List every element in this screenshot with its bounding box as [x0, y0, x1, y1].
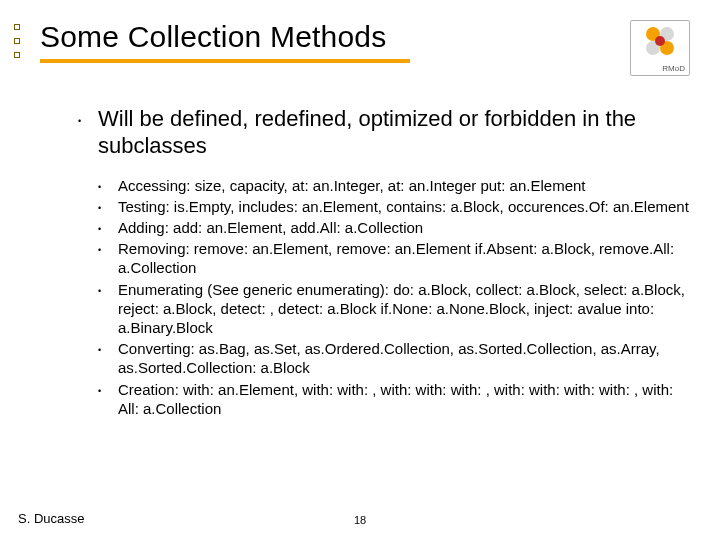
sub-bullet-text: Enumerating (See generic enumerating): d…	[118, 280, 694, 338]
title-block: Some Collection Methods	[40, 20, 694, 64]
sub-bullet-text: Accessing: size, capacity, at: an.Intege…	[118, 176, 586, 195]
list-item: • Removing: remove: an.Element, remove: …	[98, 239, 694, 277]
bullet-icon: •	[98, 380, 118, 418]
title-underline	[40, 58, 410, 64]
list-item: • Creation: with: an.Element, with: with…	[98, 380, 694, 418]
sub-bullet-text: Adding: add: an.Element, add.All: a.Coll…	[118, 218, 423, 237]
main-bullet: • Will be defined, redefined, optimized …	[78, 106, 694, 160]
sub-bullet-text: Converting: as.Bag, as.Set, as.Ordered.C…	[118, 339, 694, 377]
bullet-icon: •	[98, 339, 118, 377]
bullet-icon: •	[98, 239, 118, 277]
list-item: • Converting: as.Bag, as.Set, as.Ordered…	[98, 339, 694, 377]
bullet-icon: •	[98, 176, 118, 195]
list-item: • Testing: is.Empty, includes: an.Elemen…	[98, 197, 694, 216]
sub-bullet-text: Creation: with: an.Element, with: with: …	[118, 380, 694, 418]
bullet-icon: •	[98, 197, 118, 216]
main-bullet-text: Will be defined, redefined, optimized or…	[98, 106, 694, 160]
bullet-icon: •	[98, 218, 118, 237]
logo-label: RMoD	[662, 64, 685, 73]
list-item: • Enumerating (See generic enumerating):…	[98, 280, 694, 338]
title-marker-icon	[14, 24, 24, 62]
list-item: • Adding: add: an.Element, add.All: a.Co…	[98, 218, 694, 237]
sub-bullet-text: Testing: is.Empty, includes: an.Element,…	[118, 197, 689, 216]
list-item: • Accessing: size, capacity, at: an.Inte…	[98, 176, 694, 195]
content: • Will be defined, redefined, optimized …	[40, 106, 694, 418]
sub-bullet-text: Removing: remove: an.Element, remove: an…	[118, 239, 694, 277]
slide-title: Some Collection Methods	[40, 20, 694, 54]
bullet-icon: •	[98, 280, 118, 338]
bullet-icon: •	[78, 106, 98, 160]
footer-page-number: 18	[354, 514, 366, 526]
slide: RMoD Some Collection Methods • Will be d…	[0, 0, 720, 540]
sub-bullet-list: • Accessing: size, capacity, at: an.Inte…	[78, 176, 694, 418]
footer-author: S. Ducasse	[18, 511, 84, 526]
